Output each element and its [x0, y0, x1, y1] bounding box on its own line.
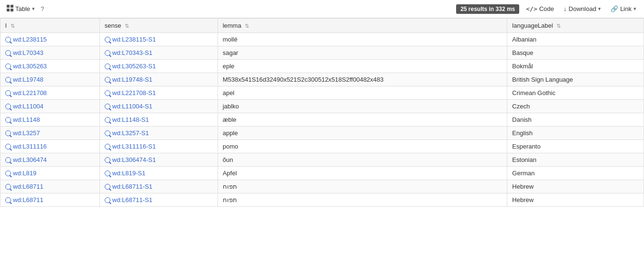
cell-languagelabel: Esperanto: [507, 140, 644, 153]
toolbar: Table ? 25 results in 332 ms </> Code ↓ …: [0, 0, 644, 18]
cell-languagelabel: Albanian: [507, 33, 644, 46]
cell-languagelabel: Danish: [507, 113, 644, 127]
cell-l: wd:L68711: [0, 193, 100, 207]
link-icon: 🔗: [611, 5, 618, 12]
link-sense[interactable]: wd:L221708-S1: [105, 89, 213, 96]
search-icon: [5, 50, 11, 56]
svg-rect-2: [7, 9, 10, 11]
link-l[interactable]: wd:L19748: [5, 76, 95, 83]
download-icon: ↓: [564, 5, 567, 12]
cell-sense: wd:L11004-S1: [99, 100, 218, 113]
cell-l: wd:L70343: [0, 46, 100, 60]
table-chevron-icon: [32, 6, 35, 12]
link-l[interactable]: wd:L1148: [5, 116, 95, 123]
link-sense[interactable]: wd:L68711-S1: [105, 183, 213, 190]
cell-l: wd:L221708: [0, 86, 100, 100]
download-button[interactable]: ↓ Download: [561, 4, 604, 13]
cell-sense: wd:L311116-S1: [99, 140, 218, 153]
search-icon: [5, 37, 11, 43]
link-l[interactable]: wd:L68711: [5, 196, 95, 203]
search-icon: [105, 144, 110, 150]
cell-lemma: pomo: [218, 140, 507, 153]
col-header-sense[interactable]: sense ⇅: [99, 19, 218, 33]
cell-lemma: mollë: [218, 33, 507, 46]
cell-sense: wd:L819-S1: [99, 167, 218, 180]
cell-languagelabel: Bokmål: [507, 60, 644, 73]
link-sense[interactable]: wd:L819-S1: [105, 170, 213, 177]
cell-languagelabel: Czech: [507, 100, 644, 113]
table-row: wd:L819wd:L819-S1ApfelGerman: [0, 167, 644, 180]
cell-lemma: apel: [218, 86, 507, 100]
code-button[interactable]: </> Code: [523, 4, 557, 13]
cell-lemma: apple: [218, 127, 507, 140]
cell-l: wd:L819: [0, 167, 100, 180]
link-sense[interactable]: wd:L1148-S1: [105, 116, 213, 123]
search-icon: [5, 171, 11, 176]
cell-languagelabel: Hebrew: [507, 180, 644, 193]
search-icon: [5, 197, 11, 203]
table-row: wd:L306474wd:L306474-S1õunEstonian: [0, 153, 644, 167]
link-l[interactable]: wd:L11004: [5, 103, 95, 110]
table-row: wd:L68711wd:L68711-S1תפוחHebrew: [0, 180, 644, 193]
search-icon: [105, 171, 110, 176]
table-row: wd:L3257wd:L3257-S1appleEnglish: [0, 127, 644, 140]
link-sense[interactable]: wd:L19748-S1: [105, 76, 213, 83]
cell-lemma: õun: [218, 153, 507, 167]
link-l[interactable]: wd:L68711: [5, 183, 95, 190]
sort-icon-l: ⇅: [11, 23, 15, 29]
search-icon: [5, 157, 11, 163]
help-label: ?: [41, 5, 44, 12]
col-header-l[interactable]: l ⇅: [0, 19, 100, 33]
link-l[interactable]: wd:L311116: [5, 143, 95, 150]
search-icon: [5, 64, 11, 69]
table-button[interactable]: Table: [5, 4, 37, 14]
cell-languagelabel: Basque: [507, 46, 644, 60]
link-l[interactable]: wd:L221708: [5, 89, 95, 96]
table-header: l ⇅ sense ⇅ lemma ⇅ languageLabel ⇅: [0, 19, 644, 33]
cell-sense: wd:L305263-S1: [99, 60, 218, 73]
search-icon: [5, 104, 11, 109]
cell-languagelabel: Crimean Gothic: [507, 86, 644, 100]
search-icon: [105, 90, 110, 96]
link-chevron-icon: [633, 6, 636, 12]
search-icon: [105, 130, 110, 136]
cell-sense: wd:L19748-S1: [99, 73, 218, 86]
link-l[interactable]: wd:L305263: [5, 63, 95, 70]
col-header-lemma[interactable]: lemma ⇅: [218, 19, 507, 33]
link-button[interactable]: 🔗 Link: [608, 4, 639, 13]
search-icon: [5, 130, 11, 136]
link-sense[interactable]: wd:L70343-S1: [105, 49, 213, 56]
table-row: wd:L11004wd:L11004-S1jablkoCzech: [0, 100, 644, 113]
link-sense[interactable]: wd:L68711-S1: [105, 196, 213, 203]
cell-lemma: Apfel: [218, 167, 507, 180]
search-icon: [105, 184, 110, 190]
link-l[interactable]: wd:L819: [5, 170, 95, 177]
cell-sense: wd:L70343-S1: [99, 46, 218, 60]
link-l[interactable]: wd:L306474: [5, 156, 95, 163]
link-sense[interactable]: wd:L306474-S1: [105, 156, 213, 163]
help-button[interactable]: ?: [41, 5, 44, 12]
link-sense[interactable]: wd:L238115-S1: [105, 36, 213, 43]
cell-l: wd:L11004: [0, 100, 100, 113]
cell-lemma: sagar: [218, 46, 507, 60]
link-sense[interactable]: wd:L305263-S1: [105, 63, 213, 70]
link-sense[interactable]: wd:L3257-S1: [105, 129, 213, 137]
link-l[interactable]: wd:L70343: [5, 49, 95, 56]
cell-sense: wd:L3257-S1: [99, 127, 218, 140]
cell-languagelabel: English: [507, 127, 644, 140]
download-label: Download: [568, 5, 596, 12]
link-l[interactable]: wd:L238115: [5, 36, 95, 43]
cell-sense: wd:L221708-S1: [99, 86, 218, 100]
col-header-languagelabel[interactable]: languageLabel ⇅: [507, 19, 644, 33]
link-l[interactable]: wd:L3257: [5, 129, 95, 137]
link-sense[interactable]: wd:L311116-S1: [105, 143, 213, 150]
link-sense[interactable]: wd:L11004-S1: [105, 103, 213, 110]
code-label: Code: [539, 5, 554, 12]
table-row: wd:L70343wd:L70343-S1sagarBasque: [0, 46, 644, 60]
svg-rect-1: [11, 5, 13, 8]
cell-l: wd:L1148: [0, 113, 100, 127]
sort-icon-sense: ⇅: [125, 23, 129, 29]
search-icon: [105, 157, 110, 163]
cell-sense: wd:L68711-S1: [99, 180, 218, 193]
cell-l: wd:L311116: [0, 140, 100, 153]
